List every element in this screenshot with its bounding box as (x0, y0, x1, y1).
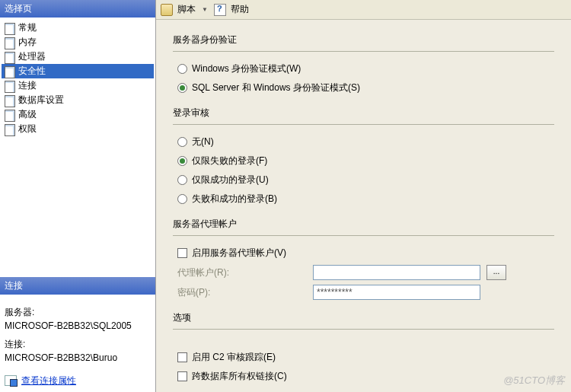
right-panel: 脚本 ▼ 帮助 服务器身份验证 Windows 身份验证模式(W) SQL Se… (156, 0, 571, 392)
audit-failed-row[interactable]: 仅限失败的登录(F) (173, 151, 554, 171)
view-connection-properties-link[interactable]: 查看连接属性 (21, 374, 76, 387)
proxy-password-row: 密码(P): (173, 282, 554, 302)
radio-audit-failed[interactable] (177, 156, 187, 166)
nav-item-permissions[interactable]: 权限 (2, 122, 154, 136)
login-audit-title: 登录审核 (173, 104, 554, 125)
page-icon (5, 52, 15, 62)
nav-item-connections[interactable]: 连接 (2, 78, 154, 93)
nav-item-processors[interactable]: 处理器 (2, 49, 154, 64)
server-value: MICROSOF-B2BB32\SQL2005 (5, 319, 151, 333)
options-title: 选项 (173, 308, 554, 330)
auth-mixed-row[interactable]: SQL Server 和 Windows 身份验证模式(S) (173, 78, 554, 97)
check-enable-proxy[interactable] (177, 248, 187, 258)
nav-item-database-settings[interactable]: 数据库设置 (2, 93, 154, 107)
radio-windows-auth[interactable] (177, 64, 187, 74)
page-icon (5, 81, 15, 91)
help-icon (214, 4, 226, 16)
server-label: 服务器: (5, 305, 151, 319)
nav-label: 内存 (18, 36, 37, 49)
nav-item-security[interactable]: 安全性 (2, 64, 154, 78)
radio-label: 仅限成功的登录(U) (192, 174, 269, 186)
nav-item-general[interactable]: 常规 (2, 21, 154, 35)
server-auth-title: 服务器身份验证 (173, 30, 554, 52)
dropdown-arrow-icon[interactable]: ▼ (200, 6, 209, 13)
enable-c2-row[interactable]: 启用 C2 审核跟踪(E) (173, 348, 554, 367)
proxy-password-input[interactable] (313, 285, 480, 300)
audit-none-row[interactable]: 无(N) (173, 132, 554, 151)
properties-icon (5, 375, 17, 386)
help-button[interactable]: 帮助 (231, 3, 249, 16)
left-panel: 选择页 常规 内存 处理器 安全性 连接 数据库设置 高级 权限 连接 服务器:… (0, 0, 156, 392)
radio-label: 失败和成功的登录(B) (192, 193, 277, 206)
page-icon (5, 95, 15, 106)
page-icon (5, 23, 15, 33)
audit-success-row[interactable]: 仅限成功的登录(U) (173, 171, 554, 190)
enable-proxy-row[interactable]: 启用服务器代理帐户(V) (173, 244, 554, 263)
check-label: 启用服务器代理帐户(V) (192, 247, 286, 260)
connection-info: 服务器: MICROSOF-B2BB32\SQL2005 连接: MICROSO… (0, 295, 155, 392)
nav-item-advanced[interactable]: 高级 (2, 107, 154, 122)
proxy-title: 服务器代理帐户 (173, 215, 554, 236)
check-cross-db[interactable] (177, 371, 187, 381)
connection-label: 连接: (5, 337, 151, 351)
audit-both-row[interactable]: 失败和成功的登录(B) (173, 190, 554, 209)
nav-item-memory[interactable]: 内存 (2, 35, 154, 49)
nav-label: 常规 (18, 21, 37, 34)
proxy-password-label: 密码(P): (177, 286, 307, 299)
proxy-account-label: 代理帐户(R): (177, 266, 307, 279)
check-label: 启用 C2 审核跟踪(E) (192, 351, 276, 364)
toolbar: 脚本 ▼ 帮助 (156, 0, 571, 20)
proxy-account-row: 代理帐户(R): ... (173, 263, 554, 282)
nav-tree: 常规 内存 处理器 安全性 连接 数据库设置 高级 权限 (0, 18, 155, 139)
proxy-account-input[interactable] (313, 265, 480, 280)
nav-label: 权限 (18, 123, 37, 135)
check-label: 跨数据库所有权链接(C) (192, 370, 287, 383)
radio-audit-none[interactable] (177, 137, 187, 147)
page-icon (5, 66, 15, 77)
nav-label: 数据库设置 (18, 94, 64, 107)
form-area: 服务器身份验证 Windows 身份验证模式(W) SQL Server 和 W… (156, 20, 571, 392)
script-icon (161, 4, 173, 16)
select-page-header: 选择页 (0, 0, 155, 18)
radio-label: 无(N) (192, 135, 214, 148)
cross-db-row[interactable]: 跨数据库所有权链接(C) (173, 367, 554, 386)
page-icon (5, 110, 15, 120)
nav-label: 高级 (18, 108, 37, 121)
auth-windows-row[interactable]: Windows 身份验证模式(W) (173, 59, 554, 78)
radio-label: 仅限失败的登录(F) (192, 155, 267, 167)
page-icon (5, 124, 15, 135)
radio-audit-success[interactable] (177, 175, 187, 185)
radio-label: Windows 身份验证模式(W) (192, 62, 301, 75)
nav-label: 连接 (18, 79, 37, 92)
radio-label: SQL Server 和 Windows 身份验证模式(S) (192, 81, 360, 94)
check-enable-c2[interactable] (177, 352, 187, 362)
radio-audit-both[interactable] (177, 194, 187, 204)
nav-label: 安全性 (18, 65, 46, 78)
browse-button[interactable]: ... (486, 265, 506, 280)
radio-mixed-auth[interactable] (177, 83, 187, 93)
connection-header: 连接 (0, 277, 155, 295)
nav-label: 处理器 (18, 50, 46, 63)
connection-value: MICROSOF-B2BB32\Buruo (5, 351, 151, 365)
page-icon (5, 37, 15, 48)
script-button[interactable]: 脚本 (177, 3, 196, 16)
